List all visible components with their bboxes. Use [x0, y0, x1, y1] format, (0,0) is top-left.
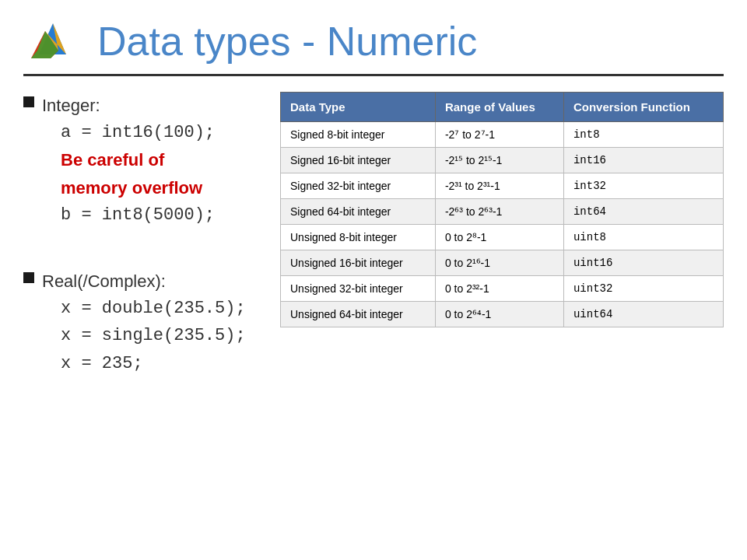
separator [23, 240, 257, 256]
bullet-square-2 [23, 272, 34, 283]
main-content: Integer: a = int16(100); Be careful of m… [23, 92, 724, 385]
table-header-row: Data Type Range of Values Conversion Fun… [281, 93, 724, 122]
cell-fn: int8 [563, 122, 723, 148]
table-row: Unsigned 32-bit integer0 to 2³²-1uint32 [281, 276, 724, 302]
cell-fn: int32 [563, 173, 723, 199]
code-int8: b = int8(5000); [61, 201, 215, 229]
cell-type: Signed 8-bit integer [281, 122, 436, 148]
integer-details: a = int16(100); Be careful of memory ove… [61, 119, 215, 229]
cell-type: Signed 64-bit integer [281, 199, 436, 225]
code-double: x = double(235.5); [61, 295, 246, 322]
table-row: Signed 64-bit integer-2⁶³ to 2⁶³-1int64 [281, 199, 724, 225]
table-row: Unsigned 8-bit integer0 to 2⁸-1uint8 [281, 225, 724, 250]
cell-type: Unsigned 8-bit integer [281, 225, 436, 250]
table-row: Unsigned 16-bit integer0 to 2¹⁶-1uint16 [281, 250, 724, 276]
table-row: Unsigned 64-bit integer0 to 2⁶⁴-1uint64 [281, 302, 724, 327]
code-plain: x = 235; [61, 350, 246, 377]
cell-range: 0 to 2¹⁶-1 [435, 250, 563, 276]
code-int16: a = int16(100); [61, 119, 215, 146]
col-header-range: Range of Values [435, 93, 563, 122]
col-header-fn: Conversion Function [563, 93, 723, 122]
real-details: x = double(235.5); x = single(235.5); x … [61, 295, 246, 377]
cell-type: Unsigned 64-bit integer [281, 302, 436, 327]
cell-range: -2⁶³ to 2⁶³-1 [435, 199, 563, 225]
right-panel: Data Type Range of Values Conversion Fun… [280, 92, 724, 327]
cell-type: Signed 16-bit integer [281, 148, 436, 173]
bullet-text-2: Real(/Complex): x = double(235.5); x = s… [42, 268, 246, 377]
cell-fn: int64 [563, 199, 723, 225]
slide: Data types - Numeric Integer: a = int16(… [0, 0, 747, 560]
integer-label: Integer: [42, 92, 215, 119]
warning-line2: memory overflow [61, 174, 215, 201]
header: Data types - Numeric [23, 16, 724, 76]
cell-range: 0 to 2⁶⁴-1 [435, 302, 563, 327]
bullet-real: Real(/Complex): x = double(235.5); x = s… [23, 268, 257, 377]
matlab-logo [23, 16, 82, 66]
cell-fn: int16 [563, 148, 723, 173]
cell-range: -2¹⁵ to 2¹⁵-1 [435, 148, 563, 173]
table-row: Signed 16-bit integer-2¹⁵ to 2¹⁵-1int16 [281, 148, 724, 173]
table-row: Signed 32-bit integer-2³¹ to 2³¹-1int32 [281, 173, 724, 199]
cell-fn: uint32 [563, 276, 723, 302]
table-row: Signed 8-bit integer-2⁷ to 2⁷-1int8 [281, 122, 724, 148]
bullet-integer: Integer: a = int16(100); Be careful of m… [23, 92, 257, 229]
cell-type: Unsigned 16-bit integer [281, 250, 436, 276]
data-types-table: Data Type Range of Values Conversion Fun… [280, 92, 724, 327]
bullet-square-1 [23, 96, 34, 107]
cell-type: Signed 32-bit integer [281, 173, 436, 199]
cell-range: 0 to 2³²-1 [435, 276, 563, 302]
bullet-text-1: Integer: a = int16(100); Be careful of m… [42, 92, 215, 229]
col-header-type: Data Type [281, 93, 436, 122]
cell-range: -2⁷ to 2⁷-1 [435, 122, 563, 148]
table-body: Signed 8-bit integer-2⁷ to 2⁷-1int8Signe… [281, 122, 724, 327]
left-panel: Integer: a = int16(100); Be careful of m… [23, 92, 257, 385]
page-title: Data types - Numeric [97, 18, 477, 65]
cell-fn: uint64 [563, 302, 723, 327]
cell-fn: uint8 [563, 225, 723, 250]
cell-range: -2³¹ to 2³¹-1 [435, 173, 563, 199]
code-single: x = single(235.5); [61, 322, 246, 349]
real-label: Real(/Complex): [42, 268, 246, 295]
cell-fn: uint16 [563, 250, 723, 276]
cell-range: 0 to 2⁸-1 [435, 225, 563, 250]
warning-line1: Be careful of [61, 146, 215, 173]
cell-type: Unsigned 32-bit integer [281, 276, 436, 302]
